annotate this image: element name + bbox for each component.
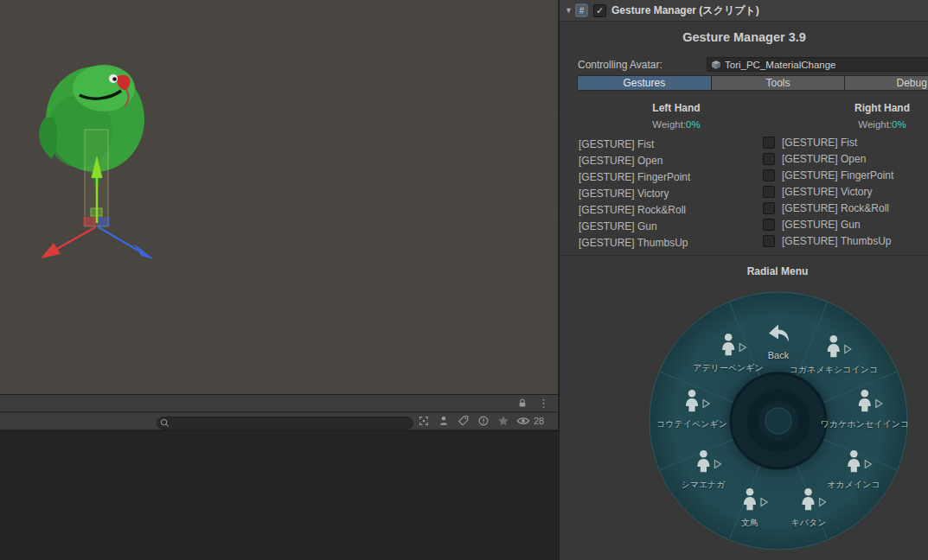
scene-render [0,0,558,394]
left-weight-value: 0% [686,119,701,130]
radial-item[interactable]: アデリーペンギン [693,334,764,374]
left-hand-weight: Weight:0% [652,119,700,130]
panel-content[interactable] [0,430,558,560]
radial-item[interactable]: オカメインコ [827,450,880,491]
right-hand-title: Right Hand [854,102,910,114]
lock-icon[interactable] [515,397,529,410]
gesture-checkbox[interactable] [763,153,775,165]
radial-item[interactable]: キバタン [791,488,827,529]
search-input[interactable] [157,417,413,430]
gesture-row-left: [GESTURE] Rock&Roll [579,204,686,216]
person-icon [694,450,712,476]
eye-icon[interactable] [516,414,530,428]
play-triangle-icon[interactable] [739,340,746,356]
panel-titlebar: ⋮ [0,394,558,411]
radial-item[interactable]: シマエナガ [681,450,725,491]
radial-item[interactable]: コガネメキシコインコ [790,335,878,376]
foldout-arrow-icon[interactable]: ▼ [565,6,573,15]
tab-tools[interactable]: Tools [712,75,846,91]
radial-item-label: コガネメキシコインコ [790,364,878,376]
radial-item-label: ワカケホンセイインコ [821,418,909,430]
play-triangle-icon[interactable] [844,342,852,358]
gesture-checkbox[interactable] [763,219,775,231]
gesture-row-right: [GESTURE] Rock&Roll [763,202,889,214]
right-hand-weight: Weight:0% [858,119,906,130]
tag-icon[interactable] [457,414,470,428]
play-triangle-icon[interactable] [714,457,721,473]
person-icon [741,488,758,514]
play-triangle-icon[interactable] [760,495,768,511]
gesture-checkbox[interactable] [763,137,775,149]
person-icon [845,450,862,476]
person-icon [720,334,737,360]
back-arrow-icon [765,323,791,347]
gesture-row-right: [GESTURE] ThumbsUp [763,235,891,247]
gesture-row-left: [GESTURE] Fist [579,138,654,150]
radial-item[interactable]: コウテイペンギン [656,390,727,430]
gesture-checkbox[interactable] [763,169,775,181]
play-triangle-icon[interactable] [875,397,883,412]
toolbar-icon-group: 28 [417,412,544,430]
radial-item[interactable]: ワカケホンセイインコ [821,390,909,430]
radial-menu[interactable]: Back アデリーペンギン コガネメキシコインコ [649,291,908,550]
svg-text:#: # [579,6,585,16]
gesture-row-left: [GESTURE] Victory [579,188,669,200]
controlling-avatar-label: Controlling Avatar: [578,59,662,71]
right-weight-value: 0% [892,119,906,130]
gesture-row-left: [GESTURE] Open [579,155,662,167]
script-icon: # [575,3,588,21]
gesture-row-right: [GESTURE] Open [763,153,866,165]
gesture-row-right: [GESTURE] Fist [763,137,857,149]
person-icon [825,335,842,361]
radial-item-label: コウテイペンギン [656,418,727,430]
radial-item-back[interactable]: Back [765,323,791,360]
gesture-row-right: [GESTURE] Gun [763,219,861,231]
tab-debug[interactable]: Debug [845,75,928,91]
inspector-panel: ▼ # ✓ Gesture Manager (スクリプト) Gesture Ma… [559,0,928,560]
kebab-menu-icon[interactable]: ⋮ [538,398,549,409]
gesture-row-left: [GESTURE] Gun [579,220,657,232]
person-icon[interactable] [437,414,451,428]
unity-window: ⋮ 28 ▼ # [0,0,928,560]
radial-item-label: アデリーペンギン [693,362,764,374]
gesture-manager-heading: Gesture Manager 3.9 [560,30,928,44]
gesture-checkbox[interactable] [763,186,775,198]
radial-item-label: Back [768,350,789,360]
left-hand-title: Left Hand [652,102,700,114]
radial-menu-title: Radial Menu [747,265,809,277]
person-icon [800,488,817,514]
person-icon [683,390,701,416]
controlling-avatar-value: Tori_PC_MaterialChange [725,60,835,70]
prefab-cube-icon [711,60,721,70]
radial-item[interactable]: 文鳥 [741,488,758,529]
visible-count: 28 [534,416,544,426]
play-triangle-icon[interactable] [819,495,827,511]
star-icon[interactable] [496,414,510,428]
controlling-avatar-field[interactable]: Tori_PC_MaterialChange [707,57,928,72]
radial-item-label: キバタン [791,517,827,529]
grid-lines [0,0,558,394]
gesture-checkbox[interactable] [763,235,775,247]
component-title: Gesture Manager (スクリプト) [611,0,759,21]
radial-item-label: シマエナガ [681,479,725,491]
gesture-checkbox[interactable] [763,202,775,214]
component-header: ▼ # ✓ Gesture Manager (スクリプト) [560,0,928,22]
tab-bar: Gestures Tools Debug [577,75,928,91]
play-triangle-icon[interactable] [864,457,872,473]
search-field [157,414,413,427]
component-enabled-checkbox[interactable]: ✓ [593,4,606,17]
radial-item-label: 文鳥 [741,517,758,529]
play-triangle-icon[interactable] [702,397,710,412]
radial-item-label: オカメインコ [827,479,880,491]
gesture-row-left: [GESTURE] FingerPoint [579,171,690,183]
gesture-row-right: [GESTURE] Victory [763,186,872,198]
person-icon [856,390,874,416]
gesture-row-right: [GESTURE] FingerPoint [763,169,893,181]
section-divider [560,255,928,256]
gesture-row-left: [GESTURE] ThumbsUp [579,237,688,249]
frame-select-icon[interactable] [417,414,431,428]
tab-gestures[interactable]: Gestures [577,75,712,91]
info-icon[interactable] [477,414,490,428]
scene-view[interactable] [0,0,558,394]
